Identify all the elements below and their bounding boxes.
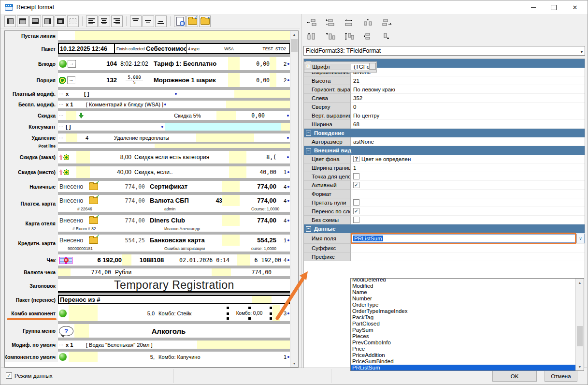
data-mode-checkbox[interactable] (6, 372, 12, 379)
property-row[interactable]: Верт. выравнив По центру (304, 111, 585, 120)
property-row[interactable]: Цвет фона Цвет не определен (304, 155, 585, 163)
collapse-icon[interactable] (306, 131, 311, 136)
row-discount-order[interactable]: Скидка (заказ) 8,00 Скидка если есть кат… (5, 151, 290, 163)
dropdown-item[interactable]: ModiDeferred (352, 279, 575, 283)
editor-button[interactable] (369, 63, 376, 70)
property-row[interactable]: Ширина границ 1 (304, 163, 585, 172)
field-name-combobox[interactable]: PRListSum (352, 234, 576, 243)
property-row[interactable]: Авторазмер astNone (304, 137, 585, 146)
preview-icon[interactable] (174, 15, 186, 27)
row-discount[interactable]: Скидка Скидка 5% 0,00 (5, 111, 290, 120)
property-row[interactable]: Слева 352 (304, 94, 585, 103)
row-combo-component[interactable]: Комбо компонент 5,0 Комбо: Стейк Комбо: … (5, 305, 290, 321)
row-header[interactable]: Заголовок Temporary Registration (5, 279, 290, 293)
property-row-field-name[interactable]: Имя поля PRListSum (304, 233, 585, 244)
row-consumer[interactable]: Консумант [ ] (5, 123, 290, 131)
expand-icon[interactable] (306, 64, 310, 68)
row-packet-transfer[interactable]: Пакет (перенос) Перенос из # (5, 295, 290, 304)
valign-middle-icon[interactable] (143, 15, 154, 27)
row-menu-group[interactable]: Группа меню Алкоголь (5, 324, 290, 338)
row-check-currency[interactable]: Валюта чека 774,00 Рубли 774,00 (5, 268, 290, 276)
move-left-icon[interactable] (305, 17, 318, 28)
property-row[interactable]: Перенос по сло (304, 207, 585, 216)
dropdown-item[interactable]: Name (352, 289, 575, 296)
property-row[interactable]: Сверху 0 (304, 103, 585, 111)
align-text-left-icon[interactable] (86, 15, 98, 27)
move-bottom-icon[interactable] (381, 31, 393, 42)
scroll-thumb[interactable] (577, 326, 583, 346)
row-default-modifier[interactable]: Модиф. по умолч x 1 [ Водка "Беленькая" … (5, 341, 290, 349)
make-same-height-icon[interactable] (343, 31, 356, 42)
row-hotel-card[interactable]: Карта отеля Внесено 774,00 Diners Club 7… (5, 215, 290, 232)
row-portion[interactable]: Порция 132 5,0005 Мороженое 1 шарик 0,00… (5, 73, 290, 87)
row-empty-line[interactable]: Пустая линия (5, 31, 290, 40)
receipt-scrollbar[interactable]: ▲ ▼ (290, 31, 298, 367)
row-credit-card[interactable]: Кредитн. карта Внесено 554,25 Банковская… (5, 235, 290, 252)
scroll-up-icon[interactable]: ▲ (576, 279, 584, 286)
row-discount-place[interactable]: Скидка (место) 40,00 Скидка, если.. 40,0… (5, 166, 290, 178)
align-text-right-icon[interactable] (111, 15, 123, 27)
property-row[interactable]: Без схемы (304, 216, 585, 224)
property-row[interactable]: Высота 21 (304, 76, 585, 85)
property-row[interactable]: Горизонт. выра По левому краю (304, 85, 585, 94)
dropdown-item[interactable]: PRListSum (351, 365, 575, 370)
border-left-icon[interactable] (4, 15, 16, 27)
dropdown-item[interactable]: PaySum (352, 327, 575, 333)
dropdown-item[interactable]: Number (352, 296, 575, 302)
align-left-edges-icon[interactable] (324, 17, 337, 28)
property-checkbox[interactable] (353, 199, 359, 206)
scroll-thumb[interactable] (291, 39, 298, 52)
dropdown-item[interactable]: PriceAddition (352, 352, 575, 358)
property-row[interactable]: Активный (304, 181, 585, 190)
property-checkbox[interactable] (353, 208, 359, 214)
property-row[interactable]: Точка для цело (304, 172, 585, 181)
dropdown-item[interactable]: Modified (352, 283, 575, 289)
scroll-down-icon[interactable]: ▼ (290, 360, 298, 367)
cancel-button[interactable]: Отмена (545, 370, 577, 382)
row-payment-card[interactable]: Платеж. карта Внесено 774,00 Валюта СБП … (5, 195, 290, 212)
row-check[interactable]: Чек 6 192,00 1088108 02.01.2026 0:14 6 1… (5, 254, 290, 266)
dropdown-item[interactable]: PartClosed (352, 321, 575, 327)
property-row[interactable]: Ширина 68 (304, 120, 585, 129)
dropdown-item[interactable]: OrderTypeImageIndex (352, 308, 575, 314)
border-none-icon[interactable] (67, 15, 79, 27)
minimize-button[interactable] (524, 0, 543, 14)
row-default-component[interactable]: Компонент.по умолч 5, Комбо: Капучино 1 (5, 352, 290, 362)
dropdown-item[interactable]: OrderType (352, 302, 575, 308)
space-horizontally-icon[interactable] (362, 17, 374, 28)
row-post-line[interactable]: Post line (5, 144, 290, 148)
data-mode-toggle[interactable]: Режим данных (6, 372, 52, 379)
save-format-icon[interactable] (199, 15, 211, 27)
space-vertically-icon[interactable] (362, 31, 374, 42)
valign-top-icon[interactable] (130, 15, 142, 27)
property-row-suffix[interactable]: Суффикс (304, 244, 585, 252)
component-selector[interactable]: FieldFormat33: TFieldFormat ▼ (303, 46, 585, 56)
collapse-icon[interactable] (306, 226, 311, 232)
move-top-icon[interactable] (305, 31, 318, 42)
scroll-up-icon[interactable]: ▲ (290, 31, 298, 38)
dropdown-item[interactable]: PackTag (352, 314, 575, 321)
dropdown-item[interactable]: PriceSumBinded (352, 358, 575, 365)
make-same-width-icon[interactable] (343, 17, 356, 28)
row-free-modifier[interactable]: Беспл. модиф. x 1 [ Комментарий к блюду … (5, 101, 290, 108)
border-all-icon[interactable] (55, 15, 66, 27)
selected-field-combo-sum[interactable]: Комбо: 0,00 (226, 305, 272, 321)
row-dish[interactable]: Блюдо 104 8:02-12:02 Тариф 1: Бесплатно … (5, 57, 290, 70)
property-row[interactable]: Формат (304, 190, 585, 198)
align-bottom-edges-icon[interactable] (324, 31, 337, 42)
collapse-icon[interactable] (306, 148, 311, 153)
property-row-prefix[interactable]: Префикс (304, 252, 585, 261)
ok-button[interactable]: OK (492, 370, 537, 382)
property-checkbox[interactable] (353, 173, 359, 179)
dropdown-scrollbar[interactable]: ▲ ▼ (575, 279, 584, 370)
border-right-icon[interactable] (42, 15, 54, 27)
row-cash[interactable]: Наличные Внесено 774,00 Сертификат 774,0… (5, 181, 290, 192)
property-row[interactable]: Прятать нули (304, 198, 585, 207)
section-data[interactable]: Данные (304, 224, 585, 233)
section-behavior[interactable]: Поведение (304, 129, 585, 137)
row-paid-modifier[interactable]: Платный модиф. x [ ] (5, 90, 290, 98)
section-appearance[interactable]: Внешний вид (304, 146, 585, 155)
border-top-icon[interactable] (17, 15, 29, 27)
property-checkbox[interactable] (353, 217, 359, 223)
close-button[interactable]: ✕ (565, 0, 585, 14)
